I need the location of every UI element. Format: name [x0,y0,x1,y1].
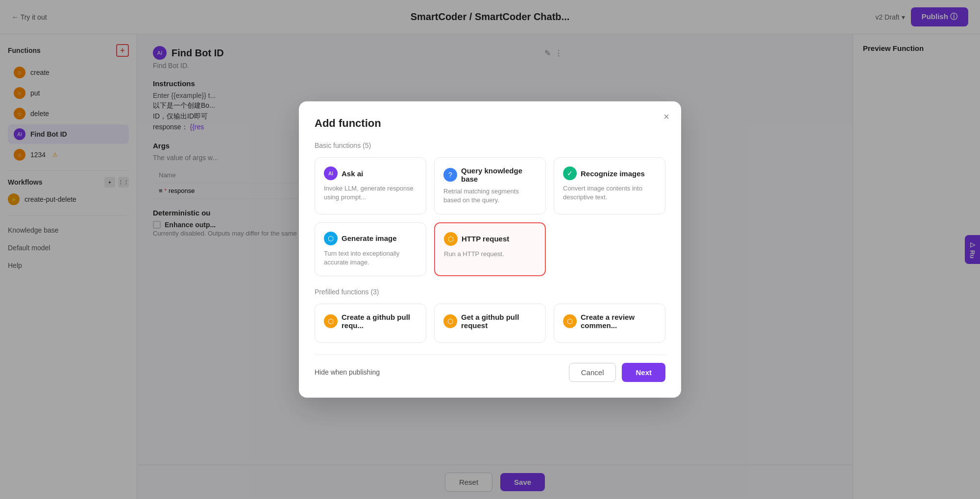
function-card-header: AI Ask ai [324,166,417,180]
review-comment-icon: ⬡ [563,314,577,328]
function-card-header: ⬡ Get a github pull request [443,313,537,330]
query-knowledge-icon: ? [443,168,457,182]
generate-image-desc: Turn text into exceptionally accurate im… [324,249,417,267]
function-card-generate-image[interactable]: ⬡ Generate image Turn text into exceptio… [315,222,426,276]
github-create-name: Create a github pull requ... [342,313,417,330]
generate-image-name: Generate image [342,234,397,242]
ask-ai-icon: AI [324,166,338,180]
function-card-recognize-images[interactable]: ✓ Recognize images Convert image content… [554,157,665,214]
ask-ai-name: Ask ai [342,169,363,178]
recognize-images-icon: ✓ [563,166,577,180]
cancel-button[interactable]: Cancel [569,363,616,382]
github-get-icon: ⬡ [443,314,457,328]
prefilled-functions-label: Prefilled functions (3) [315,288,665,296]
modal-footer: Hide when publishing Cancel Next [315,355,665,382]
function-card-header: ⬡ Create a review commen... [563,313,656,330]
query-knowledge-desc: Retrial matching segments based on the q… [443,187,537,205]
function-card-review-comment[interactable]: ⬡ Create a review commen... [554,304,665,343]
modal-close-button[interactable]: × [663,111,669,122]
hide-publishing-label: Hide when publishing [315,368,380,376]
prefilled-functions-grid: ⬡ Create a github pull requ... ⬡ Get a g… [315,304,665,343]
function-card-github-pull-get[interactable]: ⬡ Get a github pull request [434,304,546,343]
function-card-header: ⬡ Generate image [324,232,417,245]
http-request-name: HTTP request [462,235,509,243]
http-request-desc: Run a HTTP request. [444,250,536,259]
recognize-images-desc: Convert image contents into descriptive … [563,184,656,202]
recognize-images-name: Recognize images [581,169,645,178]
modal-title: Add function [315,117,665,130]
query-knowledge-name: Query knowledge base [461,166,537,183]
modal-footer-right: Cancel Next [569,363,665,382]
function-card-header: ? Query knowledge base [443,166,537,183]
review-comment-name: Create a review commen... [581,313,656,330]
next-button[interactable]: Next [622,363,665,382]
basic-functions-label: Basic functions (5) [315,142,665,149]
function-card-header: ⬡ Create a github pull requ... [324,313,417,330]
ask-ai-desc: Invoke LLM, generate response using prom… [324,184,417,202]
function-card-http-request[interactable]: ⬡ HTTP request Run a HTTP request. [434,222,546,276]
github-get-name: Get a github pull request [461,313,537,330]
github-create-icon: ⬡ [324,314,338,328]
generate-image-icon: ⬡ [324,232,338,245]
function-card-header: ✓ Recognize images [563,166,656,180]
function-card-github-pull-create[interactable]: ⬡ Create a github pull requ... [315,304,426,343]
basic-functions-grid: AI Ask ai Invoke LLM, generate response … [315,157,665,276]
function-card-ask-ai[interactable]: AI Ask ai Invoke LLM, generate response … [315,157,426,214]
function-card-header: ⬡ HTTP request [444,232,536,246]
add-function-modal: Add function × Basic functions (5) AI As… [299,101,681,398]
http-request-icon: ⬡ [444,232,458,246]
function-card-query-knowledge[interactable]: ? Query knowledge base Retrial matching … [434,157,546,214]
modal-overlay[interactable]: Add function × Basic functions (5) AI As… [0,0,980,499]
